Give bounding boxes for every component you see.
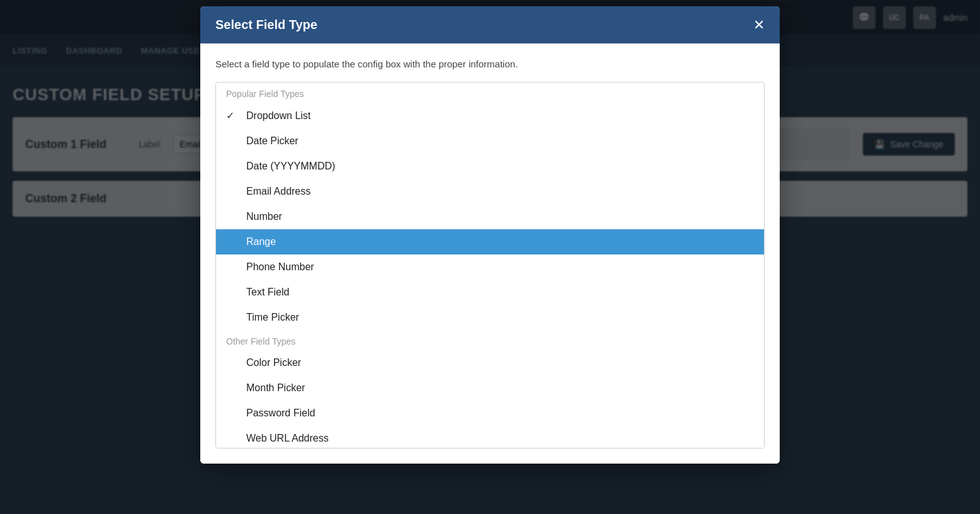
option-label: Month Picker <box>246 382 754 394</box>
option-label: Time Picker <box>246 312 754 323</box>
option-label: Email Address <box>246 186 754 197</box>
option-label: Text Field <box>246 287 754 298</box>
modal-description: Select a field type to populate the conf… <box>215 59 765 69</box>
option-label: Password Field <box>246 408 754 419</box>
option-label: Number <box>246 211 754 222</box>
option-month-picker[interactable]: Month Picker <box>216 375 764 401</box>
option-email-address[interactable]: Email Address <box>216 179 764 204</box>
option-label: Date Picker <box>246 135 754 147</box>
modal-body: Select a field type to populate the conf… <box>200 43 780 464</box>
dropdown-scroll[interactable]: Popular Field Types ✓ Dropdown List Date… <box>216 83 764 448</box>
option-color-picker[interactable]: Color Picker <box>216 350 764 375</box>
option-label: Web URL Address <box>246 433 754 444</box>
modal-overlay[interactable]: Select Field Type ✕ Select a field type … <box>0 0 980 514</box>
option-phone-number[interactable]: Phone Number <box>216 254 764 280</box>
other-field-types-label: Other Field Types <box>216 330 764 350</box>
option-date-picker[interactable]: Date Picker <box>216 128 764 154</box>
option-range[interactable]: Range <box>216 229 764 254</box>
option-date-yyyymmdd[interactable]: Date (YYYYMMDD) <box>216 154 764 179</box>
option-label: Range <box>246 236 754 248</box>
modal-header: Select Field Type ✕ <box>200 6 780 43</box>
select-field-type-modal: Select Field Type ✕ Select a field type … <box>200 6 780 464</box>
option-label: Date (YYYYMMDD) <box>246 161 754 172</box>
option-dropdown-list[interactable]: ✓ Dropdown List <box>216 103 764 128</box>
check-icon: ✓ <box>226 110 239 122</box>
modal-title: Select Field Type <box>215 18 317 32</box>
option-number[interactable]: Number <box>216 204 764 229</box>
option-time-picker[interactable]: Time Picker <box>216 305 764 330</box>
field-type-dropdown: Popular Field Types ✓ Dropdown List Date… <box>215 82 765 448</box>
option-text-field[interactable]: Text Field <box>216 280 764 305</box>
option-label: Dropdown List <box>246 110 754 122</box>
option-password-field[interactable]: Password Field <box>216 401 764 426</box>
option-label: Color Picker <box>246 357 754 368</box>
popular-field-types-label: Popular Field Types <box>216 83 764 103</box>
option-web-url-address[interactable]: Web URL Address <box>216 426 764 448</box>
option-label: Phone Number <box>246 261 754 273</box>
modal-close-button[interactable]: ✕ <box>753 18 765 32</box>
